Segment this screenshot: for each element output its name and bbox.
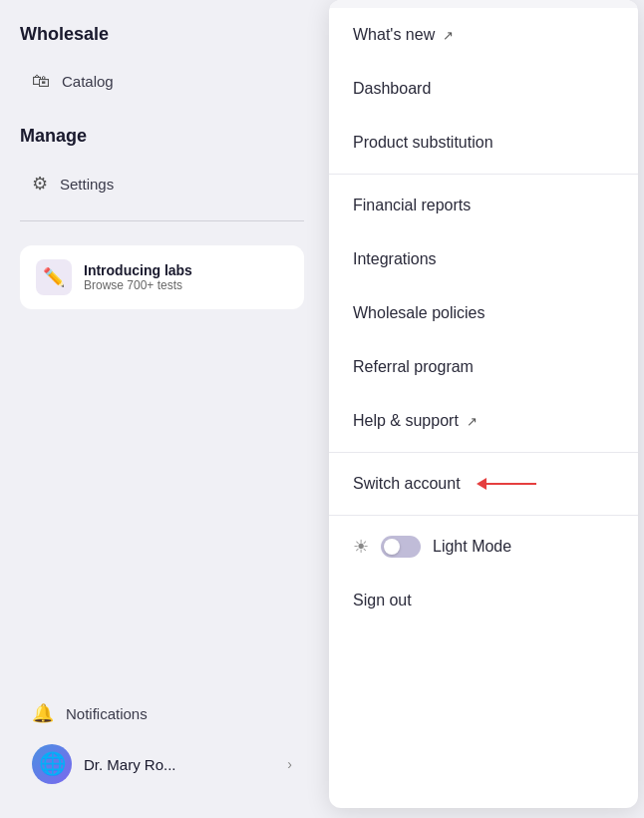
labs-text: Introducing labs Browse 700+ tests — [84, 262, 192, 292]
avatar: 🌐 — [32, 744, 72, 784]
product-substitution-label: Product substitution — [353, 134, 493, 152]
external-link-icon: ↗ — [443, 28, 454, 43]
help-external-link-icon: ↗ — [467, 414, 478, 429]
sidebar-divider — [20, 220, 304, 221]
sidebar-bottom: 🔔 Notifications 🌐 Dr. Mary Ro... › — [20, 692, 304, 794]
red-arrow-indicator — [477, 478, 536, 490]
manage-section: Manage ⚙ Settings — [20, 126, 304, 204]
dropdown-divider-1 — [329, 174, 638, 175]
sign-out-item[interactable]: Sign out — [329, 574, 638, 627]
catalog-label: Catalog — [62, 73, 114, 90]
dropdown-divider-2 — [329, 452, 638, 453]
bell-icon: 🔔 — [32, 702, 54, 724]
sidebar-item-notifications[interactable]: 🔔 Notifications — [20, 692, 304, 734]
wholesale-title: Wholesale — [20, 24, 304, 45]
labs-card[interactable]: ✏️ Introducing labs Browse 700+ tests — [20, 245, 304, 309]
chevron-right-icon: › — [287, 756, 292, 772]
wholesale-policies-label: Wholesale policies — [353, 304, 485, 322]
light-mode-toggle[interactable] — [381, 536, 421, 558]
user-item[interactable]: 🌐 Dr. Mary Ro... › — [20, 734, 304, 794]
financial-reports-label: Financial reports — [353, 197, 471, 214]
integrations-item[interactable]: Integrations — [329, 232, 638, 286]
referral-program-label: Referral program — [353, 358, 474, 376]
labs-subtitle: Browse 700+ tests — [84, 278, 192, 292]
catalog-icon: 🛍 — [32, 71, 50, 92]
sidebar-item-catalog[interactable]: 🛍 Catalog — [20, 61, 304, 102]
wholesale-policies-item[interactable]: Wholesale policies — [329, 286, 638, 340]
notifications-label: Notifications — [66, 705, 148, 722]
integrations-label: Integrations — [353, 250, 437, 268]
sun-icon: ☀ — [353, 536, 369, 558]
avatar-icon: 🌐 — [39, 751, 66, 777]
user-name: Dr. Mary Ro... — [84, 756, 275, 773]
light-mode-label: Light Mode — [433, 538, 511, 556]
settings-label: Settings — [60, 176, 114, 193]
arrow-line — [486, 483, 536, 485]
switch-account-item[interactable]: Switch account — [329, 457, 638, 511]
referral-program-item[interactable]: Referral program — [329, 340, 638, 394]
settings-icon: ⚙ — [32, 173, 48, 195]
help-support-item[interactable]: Help & support ↗ — [329, 394, 638, 448]
help-support-label: Help & support — [353, 412, 459, 430]
dashboard-label: Dashboard — [353, 80, 431, 98]
financial-reports-item[interactable]: Financial reports — [329, 179, 638, 232]
dropdown-menu-list: What's new ↗ Dashboard Product substitut… — [329, 8, 638, 808]
product-substitution-item[interactable]: Product substitution — [329, 116, 638, 170]
labs-title: Introducing labs — [84, 262, 192, 278]
sidebar: Wholesale 🛍 Catalog Manage ⚙ Settings ✏️… — [0, 0, 324, 818]
dropdown-panel: What's new ↗ Dashboard Product substitut… — [329, 0, 638, 808]
sidebar-item-settings[interactable]: ⚙ Settings — [20, 163, 304, 204]
dropdown-top-bar — [329, 0, 638, 8]
whats-new-item[interactable]: What's new ↗ — [329, 8, 638, 62]
switch-account-label: Switch account — [353, 475, 461, 493]
labs-icon: ✏️ — [36, 259, 72, 295]
sign-out-label: Sign out — [353, 592, 412, 609]
dropdown-divider-3 — [329, 515, 638, 516]
dashboard-item[interactable]: Dashboard — [329, 62, 638, 116]
arrow-head — [477, 478, 486, 490]
manage-title: Manage — [20, 126, 304, 147]
toggle-thumb — [384, 539, 400, 555]
whats-new-label: What's new — [353, 26, 435, 44]
light-mode-item[interactable]: ☀ Light Mode — [329, 520, 638, 574]
